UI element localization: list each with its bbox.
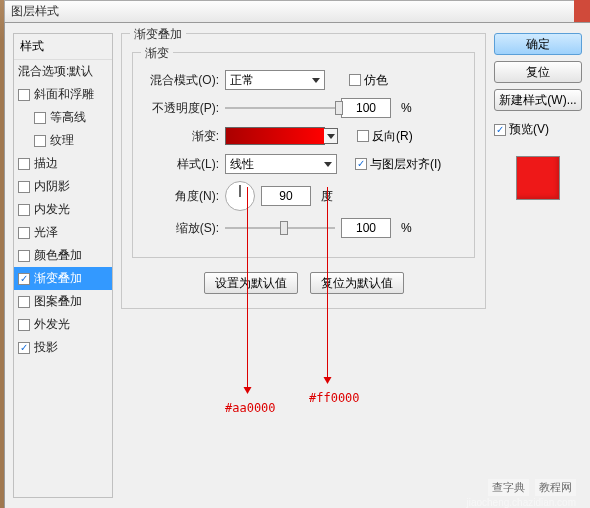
checkbox-icon[interactable] — [18, 296, 30, 308]
style-item-label: 内发光 — [34, 201, 70, 218]
angle-dial[interactable] — [225, 181, 255, 211]
make-default-button[interactable]: 设置为默认值 — [204, 272, 298, 294]
opacity-input[interactable] — [341, 98, 391, 118]
dither-checkbox[interactable]: 仿色 — [349, 72, 388, 89]
style-item-label: 纹理 — [50, 132, 74, 149]
checkbox-icon[interactable] — [18, 204, 30, 216]
style-combo[interactable]: 线性 — [225, 154, 337, 174]
chevron-down-icon — [320, 155, 336, 173]
slider-track — [225, 227, 335, 229]
blend-options-label: 混合选项:默认 — [18, 63, 93, 80]
slider-thumb[interactable] — [280, 221, 288, 235]
checkbox-icon — [355, 158, 367, 170]
gradient-overlay-group: 渐变叠加 渐变 混合模式(O): 正常 仿色 — [121, 33, 486, 309]
preview-swatch — [516, 156, 560, 200]
style-item[interactable]: 内阴影 — [14, 175, 112, 198]
style-value: 线性 — [230, 156, 254, 173]
arrow-down-icon — [324, 377, 332, 384]
arrow-down-icon — [244, 387, 252, 394]
style-item[interactable]: 纹理 — [14, 129, 112, 152]
checkbox-icon[interactable] — [18, 89, 30, 101]
gradient-row: 渐变: 反向(R) — [143, 123, 464, 149]
watermark-a: 查字典 — [488, 479, 529, 496]
style-item[interactable]: 投影 — [14, 336, 112, 359]
gradient-label: 渐变: — [143, 128, 219, 145]
watermark-url: jiaocheng.chazidian.com — [466, 497, 576, 508]
checkbox-icon[interactable] — [18, 227, 30, 239]
style-item[interactable]: 光泽 — [14, 221, 112, 244]
style-row: 样式(L): 线性 与图层对齐(I) — [143, 151, 464, 177]
chevron-down-icon — [308, 71, 324, 89]
checkbox-icon[interactable] — [18, 273, 30, 285]
style-item[interactable]: 描边 — [14, 152, 112, 175]
checkbox-icon[interactable] — [18, 319, 30, 331]
style-item-label: 外发光 — [34, 316, 70, 333]
opacity-label: 不透明度(P): — [143, 100, 219, 117]
preview-checkbox[interactable]: 预览(V) — [494, 121, 582, 138]
angle-row: 角度(N): 度 — [143, 179, 464, 213]
styles-list: 斜面和浮雕等高线纹理描边内阴影内发光光泽颜色叠加渐变叠加图案叠加外发光投影 — [14, 83, 112, 359]
ok-button[interactable]: 确定 — [494, 33, 582, 55]
align-checkbox[interactable]: 与图层对齐(I) — [355, 156, 441, 173]
style-item[interactable]: 图案叠加 — [14, 290, 112, 313]
style-label: 样式(L): — [143, 156, 219, 173]
blend-mode-combo[interactable]: 正常 — [225, 70, 325, 90]
style-item-label: 内阴影 — [34, 178, 70, 195]
content: 样式 混合选项:默认 斜面和浮雕等高线纹理描边内阴影内发光光泽颜色叠加渐变叠加图… — [5, 23, 590, 508]
checkbox-icon — [349, 74, 361, 86]
checkbox-icon[interactable] — [18, 158, 30, 170]
opacity-slider[interactable] — [225, 101, 335, 115]
opacity-unit: % — [401, 101, 412, 115]
scale-label: 缩放(S): — [143, 220, 219, 237]
scale-unit: % — [401, 221, 412, 235]
style-item[interactable]: 颜色叠加 — [14, 244, 112, 267]
gradient-picker[interactable] — [225, 127, 325, 145]
scale-row: 缩放(S): % — [143, 215, 464, 241]
align-label: 与图层对齐(I) — [370, 156, 441, 173]
inner-title: 渐变 — [141, 45, 173, 62]
style-item-label: 描边 — [34, 155, 58, 172]
watermark-b: 教程网 — [535, 479, 576, 496]
annotation-color1: #aa0000 — [225, 401, 276, 415]
slider-thumb[interactable] — [335, 101, 343, 115]
angle-label: 角度(N): — [143, 188, 219, 205]
styles-panel: 样式 混合选项:默认 斜面和浮雕等高线纹理描边内阴影内发光光泽颜色叠加渐变叠加图… — [13, 33, 113, 498]
checkbox-icon[interactable] — [34, 135, 46, 147]
style-item[interactable]: 外发光 — [14, 313, 112, 336]
style-item[interactable]: 等高线 — [14, 106, 112, 129]
checkbox-icon[interactable] — [18, 342, 30, 354]
annotation-line — [247, 187, 248, 387]
annotation-color2: #ff0000 — [309, 391, 360, 405]
preview-label: 预览(V) — [509, 121, 549, 138]
close-icon[interactable] — [574, 0, 590, 22]
style-item[interactable]: 渐变叠加 — [14, 267, 112, 290]
checkbox-icon[interactable] — [18, 181, 30, 193]
reverse-label: 反向(R) — [372, 128, 413, 145]
styles-header: 样式 — [14, 34, 112, 60]
center-panel: 渐变叠加 渐变 混合模式(O): 正常 仿色 — [121, 33, 486, 498]
new-style-button[interactable]: 新建样式(W)... — [494, 89, 582, 111]
checkbox-icon[interactable] — [18, 250, 30, 262]
style-item[interactable]: 内发光 — [14, 198, 112, 221]
style-item-label: 光泽 — [34, 224, 58, 241]
watermark: 查字典 教程网 jiaocheng.chazidian.com — [488, 479, 576, 496]
window-title: 图层样式 — [11, 3, 59, 20]
style-item[interactable]: 斜面和浮雕 — [14, 83, 112, 106]
gradient-inner-group: 渐变 混合模式(O): 正常 仿色 — [132, 52, 475, 258]
chevron-down-icon[interactable] — [324, 128, 338, 144]
checkbox-icon — [357, 130, 369, 142]
blend-options-row[interactable]: 混合选项:默认 — [14, 60, 112, 83]
style-item-label: 图案叠加 — [34, 293, 82, 310]
scale-input[interactable] — [341, 218, 391, 238]
cancel-button[interactable]: 复位 — [494, 61, 582, 83]
opacity-row: 不透明度(P): % — [143, 95, 464, 121]
reverse-checkbox[interactable]: 反向(R) — [357, 128, 413, 145]
reset-default-button[interactable]: 复位为默认值 — [310, 272, 404, 294]
angle-input[interactable] — [261, 186, 311, 206]
style-item-label: 等高线 — [50, 109, 86, 126]
scale-slider[interactable] — [225, 221, 335, 235]
checkbox-icon[interactable] — [34, 112, 46, 124]
default-buttons: 设置为默认值 复位为默认值 — [132, 272, 475, 294]
slider-track — [225, 107, 335, 109]
title-bar: 图层样式 — [4, 0, 590, 22]
